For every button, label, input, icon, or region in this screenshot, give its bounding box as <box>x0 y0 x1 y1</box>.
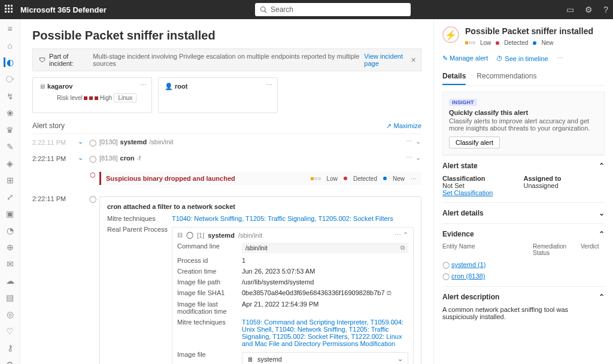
nav-home-icon[interactable]: ⌂ <box>5 41 16 50</box>
alert-row[interactable]: Suspicious binary dropped and launched L… <box>99 172 421 185</box>
image-sha1: 0be38570a84e0d3f69e68436336f16909828b7b7… <box>242 289 408 297</box>
tab-recommendations[interactable]: Recommendations <box>477 68 536 85</box>
nav-partner-icon[interactable]: ⤢ <box>5 192 16 202</box>
process-icon: ◯ <box>442 261 450 268</box>
event-row: 2:22:11 PM ◯ cron attached a filter to a… <box>32 190 421 364</box>
nav-settings-icon[interactable]: ⚙ <box>5 360 16 364</box>
user-card[interactable]: 👤 root ⋯ <box>158 77 278 113</box>
nav-cloud-icon[interactable]: ☁ <box>5 276 16 286</box>
command-line: /sbin/init⧉ <box>242 242 408 253</box>
close-icon[interactable]: ✕ <box>411 56 416 64</box>
event-detail-box: cron attached a filter to a network sock… <box>99 196 421 364</box>
nav-incidents-icon[interactable]: ◐ <box>4 57 14 67</box>
side-tabs: Details Recommendations <box>442 68 605 86</box>
chevron-down-icon[interactable]: ⌄ <box>599 209 605 217</box>
insight-badge: INSIGHT <box>449 99 477 106</box>
user-icon: 👤 <box>165 83 173 90</box>
page-title: Possible Packet sniffer installed <box>32 29 421 43</box>
alert-badges: Low Detected New ⋯ <box>311 175 417 182</box>
maximize-button[interactable]: ↗ Maximize <box>386 122 421 130</box>
mitre-link[interactable]: T1040: Network Sniffing, T1205: Traffic … <box>172 215 393 222</box>
copy-icon[interactable]: ⧉ <box>387 289 392 296</box>
nav-email-icon[interactable]: ✉ <box>5 259 16 269</box>
nav-threatintel-icon[interactable]: ❀ <box>5 108 16 118</box>
nav-trials-icon[interactable]: ◈ <box>5 159 16 168</box>
nav-endpoints-icon[interactable]: ▣ <box>5 209 16 219</box>
mitre-link[interactable]: T1059: Command and Scripting Interpreter… <box>242 318 403 347</box>
side-panel: ⚡ Possible Packet sniffer installed Low … <box>433 19 613 364</box>
nav-actions-icon[interactable]: ↯ <box>5 92 16 101</box>
app-launcher-icon[interactable] <box>5 5 14 14</box>
incident-link[interactable]: View incident page <box>364 53 415 67</box>
more-icon[interactable]: ⋯ <box>140 81 147 89</box>
classify-alert-button[interactable]: Classify alert <box>449 136 500 148</box>
device-card[interactable]: 🖥 kagarov Risk level High ⋯ Linux <box>32 77 152 113</box>
device-icon: 🖥 <box>39 83 45 90</box>
copy-icon[interactable]: ⧉ <box>400 244 405 251</box>
nav-api-icon[interactable]: ⊕ <box>5 242 16 252</box>
process-args: /sbin/init <box>149 138 173 145</box>
alert-title: Suspicious binary dropped and launched <box>106 175 235 182</box>
process-row: 2.22.11 PM ⌄ ◯ [0130] systemd /sbin/init… <box>32 134 421 150</box>
insight-title: Quickly classify this alert <box>449 109 598 116</box>
help-icon[interactable]: ? <box>603 5 608 14</box>
set-classification-link[interactable]: Set Classification <box>442 189 493 196</box>
incident-text: Multi-stage incident involving Privilege… <box>93 53 360 67</box>
nav-score-icon[interactable]: ♛ <box>5 125 16 135</box>
process-row: 2:22:11 PM ⌄ ◯ [8138] cron -f ⋯ ⌄ <box>32 150 421 166</box>
device-tag: Linux <box>114 93 136 102</box>
more-icon[interactable]: ⋯ ⌃ <box>394 231 408 239</box>
more-icon[interactable]: ⋯ ⌄ <box>406 154 421 162</box>
device-name: kagarov <box>47 83 72 90</box>
chevron-down-icon[interactable]: ⌄ <box>397 355 403 363</box>
insight-box: INSIGHT Quickly classify this alert Clas… <box>442 92 605 155</box>
chevron-up-icon[interactable]: ⌃ <box>599 162 605 170</box>
pid: [8138] <box>99 154 118 162</box>
user-name: root <box>175 83 187 90</box>
alert-state-panel: Alert state⌃ Classification Not Set Set … <box>442 155 605 202</box>
parent-process-box: ⊟ ◯ [1] systemd /sbin/init ⋯ ⌃ Command l… <box>172 227 414 364</box>
alert-story-label: Alert story <box>32 122 65 130</box>
more-icon[interactable]: ⋯ ⌄ <box>406 138 421 145</box>
chevron-down-icon[interactable]: ⌄ <box>78 154 86 162</box>
alert-description-text: A common network packet sniffing tool wa… <box>442 306 605 320</box>
chevron-up-icon[interactable]: ⌃ <box>599 230 605 238</box>
evidence-link[interactable]: cron (8138) <box>451 272 485 280</box>
image-file-box[interactable]: 🗎systemd⌄ <box>242 352 408 364</box>
more-icon[interactable]: ⋯ <box>411 175 417 182</box>
search-box[interactable]: Search <box>255 3 411 16</box>
event-title: cron attached a filter to a network sock… <box>107 203 414 210</box>
nav-hunting-icon[interactable]: ⧂ <box>5 74 16 84</box>
settings-icon[interactable]: ⚙ <box>585 5 593 14</box>
nav-reports-icon[interactable]: ▤ <box>5 293 16 302</box>
nav-menu-icon[interactable]: ≡ <box>5 24 16 34</box>
more-icon[interactable]: ⋯ <box>557 54 563 62</box>
nav-vuln-icon[interactable]: ◔ <box>5 226 16 235</box>
nav-assets-icon[interactable]: ⊞ <box>5 175 16 185</box>
tab-details[interactable]: Details <box>442 68 466 85</box>
incident-prefix: Part of incident: <box>49 53 91 67</box>
more-icon[interactable]: ⋯ <box>266 81 272 89</box>
see-timeline-button[interactable]: ⏱ See in timeline <box>496 55 548 62</box>
card-icon[interactable]: ▭ <box>566 5 574 14</box>
nav-learning-icon[interactable]: ✎ <box>5 142 16 151</box>
nav-health-icon[interactable]: ♡ <box>5 326 16 336</box>
timestamp: 2:22:11 PM <box>32 154 78 162</box>
alert-icon: ⬡ <box>86 170 99 179</box>
nav-permissions-icon[interactable]: ⚷ <box>5 343 16 353</box>
risk-level: Risk level High <box>57 95 112 101</box>
process-icon: ◯ <box>86 154 99 163</box>
insight-text: Classify alerts to improve alert accurac… <box>449 117 598 132</box>
search-icon <box>260 6 267 13</box>
timestamp: 2:22:11 PM <box>32 194 78 202</box>
expand-icon[interactable]: ⊟ <box>177 231 183 239</box>
label-parent: Real Parent Process <box>107 226 172 233</box>
timestamp: 2.22.11 PM <box>32 138 78 146</box>
nav-audit-icon[interactable]: ◎ <box>5 310 16 319</box>
chevron-up-icon[interactable]: ⌃ <box>599 293 605 301</box>
evidence-link[interactable]: systemd (1) <box>451 261 485 268</box>
chevron-down-icon[interactable]: ⌄ <box>78 138 86 145</box>
svg-point-0 <box>260 7 265 12</box>
manage-alert-button[interactable]: ✎ Manage alert <box>442 54 488 62</box>
process-id: 1 <box>242 257 408 264</box>
